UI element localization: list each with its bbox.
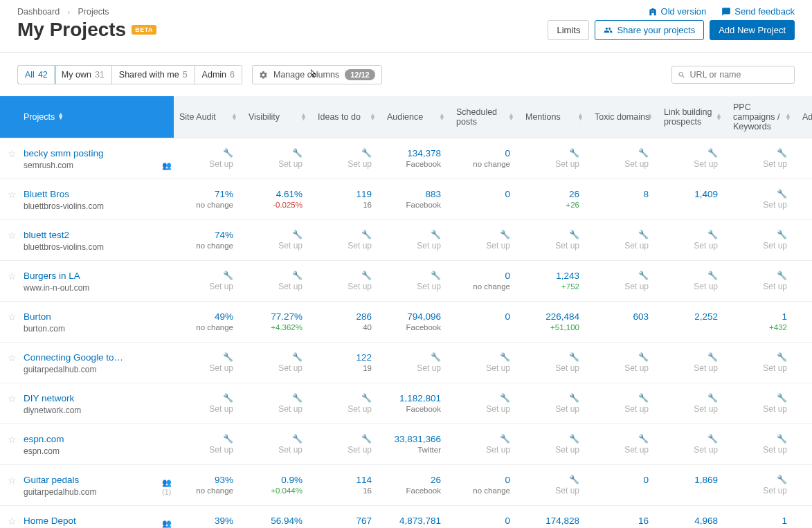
cell-value[interactable]: 4,968	[664, 516, 718, 526]
setup-link[interactable]: Set up	[348, 445, 372, 455]
setup-link[interactable]: Set up	[763, 241, 787, 251]
cell-value[interactable]: 114	[318, 475, 372, 485]
cell-value[interactable]: 26	[387, 475, 441, 485]
cell-value[interactable]: 1,243	[525, 271, 579, 281]
cell-value[interactable]: 603	[595, 311, 649, 322]
setup-link[interactable]: Set up	[555, 159, 579, 169]
cell-value[interactable]: 39%	[179, 516, 233, 526]
cell-value[interactable]: 1	[733, 516, 787, 526]
setup-link[interactable]: Set up	[348, 241, 372, 251]
breadcrumb-dashboard[interactable]: Dashboard	[17, 7, 60, 17]
send-feedback-link[interactable]: Send feedback	[721, 6, 795, 17]
star-icon[interactable]: ☆	[6, 189, 17, 200]
project-link[interactable]: Burgers in LA	[24, 271, 151, 281]
setup-link[interactable]: Set up	[278, 445, 303, 455]
col-mentions[interactable]: Mentions	[520, 96, 589, 138]
setup-link[interactable]: Set up	[694, 404, 718, 414]
project-link[interactable]: Bluett Bros	[24, 189, 151, 199]
setup-link[interactable]: Set up	[486, 241, 510, 251]
setup-link[interactable]: Set up	[417, 241, 441, 251]
project-link[interactable]: DIY network	[24, 393, 151, 403]
cell-value[interactable]: 122	[318, 352, 372, 363]
star-icon[interactable]: ☆	[6, 434, 17, 445]
col-ideas[interactable]: Ideas to do	[312, 96, 381, 138]
cell-value[interactable]: 286	[318, 311, 372, 322]
cell-value[interactable]: 794,096	[387, 311, 441, 322]
filter-all[interactable]: All42	[17, 65, 55, 84]
setup-link[interactable]: Set up	[763, 200, 787, 210]
setup-link[interactable]: Set up	[278, 241, 303, 251]
cell-value[interactable]: 174,828	[525, 516, 579, 526]
cell-value[interactable]: 1,182,801	[387, 393, 441, 403]
cell-value[interactable]: 0	[595, 475, 649, 485]
old-version-link[interactable]: Old version	[648, 6, 707, 17]
add-new-project-button[interactable]: Add New Project	[710, 20, 795, 40]
project-link[interactable]: espn.com	[24, 434, 151, 444]
setup-link[interactable]: Set up	[417, 282, 441, 291]
setup-link[interactable]: Set up	[555, 363, 579, 373]
cell-value[interactable]: 134,378	[387, 148, 441, 158]
cell-value[interactable]: 1	[733, 311, 787, 322]
setup-link[interactable]: Set up	[486, 363, 510, 373]
search-input-wrapper[interactable]	[671, 66, 795, 84]
setup-link[interactable]: Set up	[486, 404, 510, 414]
cell-value[interactable]: 93%	[179, 475, 233, 485]
star-icon[interactable]: ☆	[6, 148, 17, 159]
cell-value[interactable]: 0	[456, 189, 510, 199]
project-link[interactable]: Home Depot	[24, 516, 151, 526]
setup-link[interactable]: Set up	[694, 445, 718, 455]
setup-link[interactable]: Set up	[694, 241, 718, 251]
cell-value[interactable]: 1,869	[664, 475, 718, 485]
setup-link[interactable]: Set up	[763, 486, 787, 495]
setup-link[interactable]: Set up	[763, 445, 787, 455]
share-projects-button[interactable]: Share your projects	[595, 20, 704, 40]
setup-link[interactable]: Set up	[694, 159, 718, 169]
setup-link[interactable]: Set up	[624, 404, 649, 414]
cell-value[interactable]: 33,831,366	[387, 434, 441, 444]
cell-value[interactable]: 4.61%	[249, 189, 303, 199]
setup-link[interactable]: Set up	[209, 159, 233, 169]
filter-shared[interactable]: Shared with me5	[112, 66, 195, 84]
setup-link[interactable]: Set up	[209, 445, 233, 455]
setup-link[interactable]: Set up	[348, 159, 372, 169]
setup-link[interactable]: Set up	[624, 445, 649, 455]
cell-value[interactable]: 16	[595, 516, 649, 526]
cell-value[interactable]: 8	[595, 189, 649, 199]
cell-value[interactable]: 71%	[179, 189, 233, 199]
cell-value[interactable]: 0.9%	[249, 475, 303, 485]
setup-link[interactable]: Set up	[417, 363, 441, 373]
col-projects[interactable]: Projects	[18, 96, 156, 138]
setup-link[interactable]: Set up	[624, 159, 649, 169]
setup-link[interactable]: Set up	[278, 404, 303, 414]
setup-link[interactable]: Set up	[486, 445, 510, 455]
project-link[interactable]: Guitar pedals	[24, 475, 151, 485]
col-toxic[interactable]: Toxic domains	[589, 96, 658, 138]
cell-value[interactable]: 0	[456, 516, 510, 526]
limits-button[interactable]: Limits	[548, 20, 589, 40]
star-icon[interactable]: ☆	[6, 352, 17, 363]
col-scheduled[interactable]: Scheduled posts	[451, 96, 520, 138]
setup-link[interactable]: Set up	[555, 486, 579, 495]
col-site-audit[interactable]: Site Audit	[174, 96, 243, 138]
cell-value[interactable]: 26	[525, 189, 579, 199]
setup-link[interactable]: Set up	[555, 445, 579, 455]
setup-link[interactable]: Set up	[278, 159, 303, 169]
col-ppc[interactable]: PPC campaigns / Keywords	[728, 96, 797, 138]
cell-value[interactable]: 74%	[179, 230, 233, 240]
filter-my-own[interactable]: My own31	[55, 66, 112, 84]
setup-link[interactable]: Set up	[555, 241, 579, 251]
setup-link[interactable]: Set up	[209, 282, 233, 291]
cell-value[interactable]: 2,252	[664, 311, 718, 322]
cell-value[interactable]: 0	[456, 271, 510, 281]
star-icon[interactable]: ☆	[6, 475, 17, 486]
cell-value[interactable]: 49%	[179, 311, 233, 322]
setup-link[interactable]: Set up	[209, 363, 233, 373]
cell-value[interactable]: 226,484	[525, 311, 579, 322]
setup-link[interactable]: Set up	[348, 282, 372, 291]
setup-link[interactable]: Set up	[624, 282, 649, 291]
cell-value[interactable]: 4,873,781	[387, 516, 441, 526]
cell-value[interactable]: 0	[456, 148, 510, 158]
cell-value[interactable]: 883	[387, 189, 441, 199]
setup-link[interactable]: Set up	[278, 363, 303, 373]
cell-value[interactable]: 767	[318, 516, 372, 526]
